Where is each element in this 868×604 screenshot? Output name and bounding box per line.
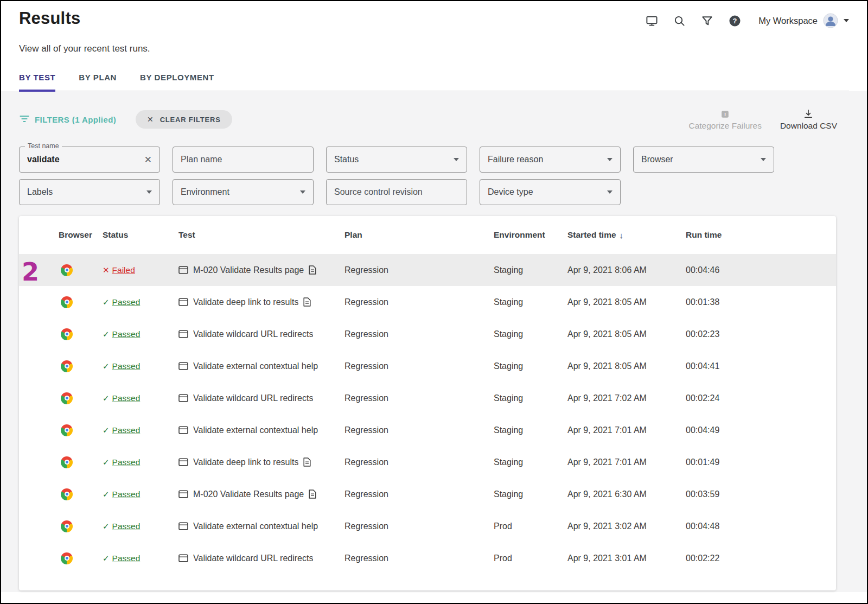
test-name[interactable]: Validate external contextual help [193, 522, 318, 531]
test-cell: M-020 Validate Results page [178, 265, 344, 275]
environment-filter[interactable]: Environment [173, 179, 314, 205]
test-cell: Validate external contextual help [178, 522, 344, 531]
device-type-filter[interactable]: Device type [480, 179, 621, 205]
labels-filter-label: Labels [27, 187, 146, 197]
tab-by-test[interactable]: BY TEST [19, 73, 55, 91]
test-name[interactable]: M-020 Validate Results page [193, 265, 304, 275]
device-type-filter-label: Device type [488, 187, 607, 197]
tab-by-deployment[interactable]: BY DEPLOYMENT [140, 73, 214, 91]
filter-list-icon [19, 113, 30, 126]
started-time-cell: Apr 9, 2021 6:30 AM [567, 489, 686, 499]
started-time-cell: Apr 9, 2021 8:05 AM [567, 361, 686, 371]
table-row[interactable]: ✓ Passed Validate wildcard URL redirects… [19, 542, 836, 574]
test-name[interactable]: Validate wildcard URL redirects [193, 554, 313, 563]
table-row[interactable]: ✓ Passed M-020 Validate Results page Reg… [19, 478, 836, 510]
browser-cell [59, 424, 103, 436]
filter-row-1: Test name ✕ Status Failure reason Browse… [19, 147, 849, 173]
environment-cell: Staging [494, 489, 567, 499]
help-icon[interactable]: ? [729, 15, 741, 27]
chrome-browser-icon [61, 360, 73, 372]
test-name[interactable]: Validate wildcard URL redirects [193, 329, 313, 339]
plan-cell: Regression [344, 265, 494, 275]
table-row[interactable]: ✕ Failed M-020 Validate Results page Reg… [19, 254, 836, 286]
svg-text:!: ! [724, 111, 726, 117]
note-icon[interactable] [303, 297, 311, 307]
download-csv-button[interactable]: Download CSV [780, 109, 837, 131]
environment-cell: Staging [494, 425, 567, 435]
status-link[interactable]: Passed [112, 457, 141, 467]
test-name[interactable]: Validate external contextual help [193, 361, 318, 371]
tab-by-plan[interactable]: BY PLAN [79, 73, 117, 91]
workspace-menu[interactable]: My Workspace [758, 13, 849, 28]
monitor-icon[interactable] [646, 15, 658, 27]
environment-cell: Staging [494, 361, 567, 371]
test-name[interactable]: Validate deep link to results [193, 297, 298, 307]
started-time-cell: Apr 9, 2021 8:06 AM [567, 265, 686, 275]
status-link[interactable]: Passed [112, 554, 141, 563]
filters-bar: FILTERS (1 Applied) ✕ CLEAR FILTERS ! Ca… [19, 107, 849, 131]
status-link[interactable]: Passed [112, 425, 141, 435]
test-name[interactable]: Validate deep link to results [193, 457, 298, 467]
table-row[interactable]: ✓ Passed Validate external contextual he… [19, 414, 836, 446]
test-name[interactable]: M-020 Validate Results page [193, 489, 304, 499]
environment-cell: Staging [494, 393, 567, 403]
chrome-browser-icon [61, 328, 73, 340]
browser-cell [59, 360, 103, 372]
status-link[interactable]: Passed [112, 489, 141, 499]
table-row[interactable]: ✓ Passed Validate deep link to results R… [19, 286, 836, 318]
browser-cell [59, 488, 103, 500]
status-link[interactable]: Passed [112, 361, 141, 371]
source-control-input[interactable] [334, 187, 459, 197]
page-header: Results ? My Workspace [1, 1, 867, 91]
col-started-time[interactable]: Started time ↓ [567, 230, 686, 240]
run-time-cell: 00:04:48 [686, 522, 827, 531]
note-icon[interactable] [309, 265, 316, 275]
chrome-browser-icon [61, 456, 73, 468]
test-name-input[interactable] [27, 155, 140, 164]
table-row[interactable]: ✓ Passed Validate external contextual he… [19, 350, 836, 382]
plan-name-input[interactable] [181, 155, 305, 164]
search-icon[interactable] [673, 15, 686, 27]
plan-cell: Regression [344, 489, 494, 499]
annotation-step-2: 2 [22, 259, 39, 284]
page-title: Results [19, 9, 80, 28]
status-cell: ✓ Passed [103, 425, 178, 435]
note-icon[interactable] [309, 489, 316, 499]
browser-window-icon [178, 490, 188, 498]
categorize-failures-button[interactable]: ! Categorize Failures [688, 109, 761, 131]
avatar [823, 13, 838, 28]
table-row[interactable]: ✓ Passed Validate wildcard URL redirects… [19, 318, 836, 350]
note-icon[interactable] [303, 457, 311, 467]
table-row[interactable]: ✓ Passed Validate wildcard URL redirects… [19, 382, 836, 414]
browser-filter[interactable]: Browser [633, 147, 774, 173]
test-name[interactable]: Validate external contextual help [193, 425, 318, 435]
status-link[interactable]: Passed [112, 297, 141, 307]
labels-filter[interactable]: Labels [19, 179, 160, 205]
clear-filters-button[interactable]: ✕ CLEAR FILTERS [136, 110, 232, 129]
status-icon: ✓ [103, 394, 110, 402]
browser-cell [59, 552, 103, 564]
status-cell: ✓ Passed [103, 297, 178, 307]
status-icon: ✕ [103, 266, 110, 274]
test-cell: Validate wildcard URL redirects [178, 393, 344, 403]
clear-test-name-icon[interactable]: ✕ [144, 155, 152, 164]
results-table: 2 Browser Status Test Plan Environment S… [19, 216, 836, 590]
status-link[interactable]: Passed [112, 393, 141, 403]
test-name-filter: Test name ✕ [19, 147, 160, 173]
filter-icon[interactable] [701, 15, 713, 27]
started-time-header-label: Started time [567, 230, 616, 240]
failure-reason-filter[interactable]: Failure reason [480, 147, 621, 173]
sort-descending-icon: ↓ [620, 231, 624, 240]
table-body: ✕ Failed M-020 Validate Results page Reg… [19, 254, 836, 574]
status-link[interactable]: Passed [112, 522, 141, 531]
filters-summary[interactable]: FILTERS (1 Applied) [19, 113, 116, 126]
download-csv-label: Download CSV [780, 121, 837, 131]
status-link[interactable]: Failed [112, 265, 135, 275]
run-time-cell: 00:04:46 [686, 265, 827, 275]
status-icon: ✓ [103, 426, 110, 434]
table-row[interactable]: ✓ Passed Validate external contextual he… [19, 510, 836, 542]
test-name[interactable]: Validate wildcard URL redirects [193, 393, 313, 403]
status-link[interactable]: Passed [112, 329, 141, 339]
status-filter[interactable]: Status [326, 147, 467, 173]
table-row[interactable]: ✓ Passed Validate deep link to results R… [19, 446, 836, 478]
